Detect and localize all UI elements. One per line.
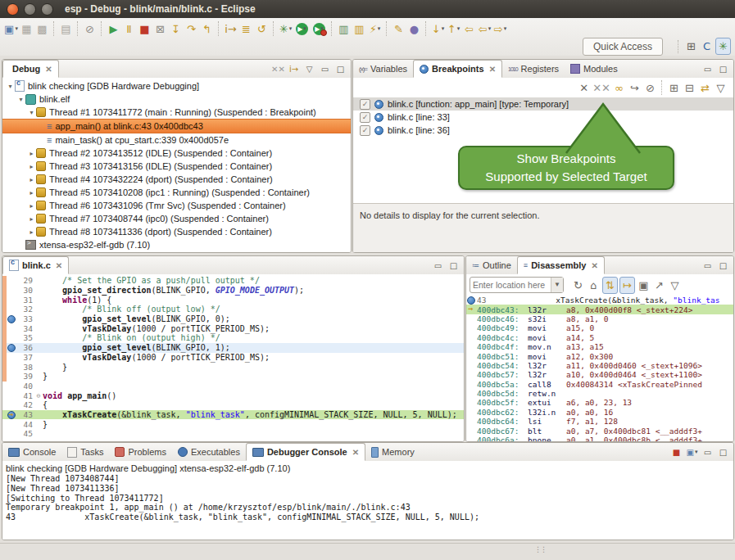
display-selected-console-button[interactable]: ▣▾ [685,445,699,458]
line-number[interactable]: 40 [16,382,34,391]
quick-access-button[interactable]: Quick Access [583,38,663,56]
tab-disassembly[interactable]: ≡Disassembly✕ [517,256,605,274]
editor-line-33[interactable]: 33 gpio_set_level(BLINK_GPIO, 0); [2,314,464,324]
location-combo[interactable]: ▼ [470,277,564,293]
line-number[interactable]: 38 [16,363,34,372]
remove-all-terminated-button[interactable]: ✕✕ [271,62,285,75]
close-tab-icon[interactable]: ✕ [489,65,496,74]
disasm-view-menu-button[interactable]: ▽ [668,278,682,293]
instruction-stepping-button[interactable]: i→ [224,21,238,37]
skip-all-breakpoints-toggle[interactable]: ⊘ [643,80,657,96]
breakpoint-row[interactable]: ✓blink.c [function: app_main] [type: Tem… [353,97,733,111]
maximize-button[interactable]: □ [716,445,730,458]
tab-breakpoints[interactable]: Breakpoints✕ [413,60,502,78]
tab-debug[interactable]: Debug✕ [2,60,59,78]
tree-expander-icon[interactable]: ▸ [27,228,36,236]
marker-gutter[interactable] [7,372,16,382]
step-over-button[interactable]: ↷ [184,21,198,37]
debug-tree-row[interactable]: ▸Thread #2 1073413512 (IDLE) (Suspended … [2,147,351,160]
run-button[interactable]: ▶▾ [296,23,308,35]
breakpoint-checkbox[interactable]: ✓ [360,125,370,136]
debug-tree-row[interactable]: ▾blink.elf [2,93,351,106]
debug-tree-row[interactable]: ▸Thread #7 1073408744 (ipc0) (Suspended … [2,212,351,225]
open-resource-button[interactable]: ▥ [337,21,351,37]
print-button[interactable]: ▤ [59,21,73,37]
maximize-button[interactable]: □ [333,62,347,75]
cpp-perspective-button[interactable]: C [700,38,714,54]
link-with-debug-button[interactable]: ⇄ [698,80,712,96]
fold-collapse-icon[interactable]: ⊖ [34,392,43,400]
editor-line-41[interactable]: 41⊖void app_main() [2,391,464,400]
debug-tree-row[interactable]: ▸Thread #8 1073411336 (dport) (Suspended… [2,225,351,238]
debug-button[interactable]: ✳▾ [279,21,293,37]
minimize-button[interactable]: ▭ [701,62,715,75]
disassembly-instruction-row[interactable]: 400dbc62:l32i.na0, a0, 16 [466,408,733,417]
disassembly-instruction-row[interactable]: →400dbc43:l32ra8, 0x400d00f8 <_stext+224… [466,305,733,314]
maximize-button[interactable]: □ [716,259,730,272]
last-edit-location-button[interactable]: ⇦ [462,21,476,37]
marker-gutter[interactable] [7,362,16,372]
editor-line-39[interactable]: 39} [2,372,464,382]
open-element-button[interactable]: ▥ [352,21,366,37]
breakpoint-checkbox[interactable]: ✓ [360,112,370,123]
line-number[interactable]: 29 [16,276,34,285]
editor-line-44[interactable]: 44} [2,419,464,429]
line-number[interactable]: 43 [16,410,34,419]
debug-perspective-button[interactable]: ✳ [715,38,731,55]
collapse-all-button[interactable]: ⊟ [683,80,696,96]
forward-button[interactable]: ⇨▾ [493,21,507,37]
track-expression-button[interactable]: ↦ [619,277,635,294]
maximize-button[interactable]: □ [716,62,730,75]
tree-expander-icon[interactable]: ▸ [27,150,36,157]
sash-grip-icon[interactable]: ⋮⋮ [534,545,546,553]
console-body[interactable]: blink checking [GDB Hardware Debugging] … [2,461,733,540]
dropdown-arrow-icon[interactable]: ▾ [442,25,445,32]
disconnect-button[interactable]: ⊠ [153,21,167,37]
disassembly-listing[interactable]: 43 xTaskCreate(&blink_task, "blink_tas→4… [466,296,733,441]
tab-memory[interactable]: Memory [365,443,420,461]
tree-expander-icon[interactable]: ▸ [27,189,36,196]
location-dropdown-icon[interactable]: ▼ [551,278,563,292]
marker-gutter[interactable] [7,391,16,400]
save-all-button[interactable]: ▩ [35,21,49,37]
line-number[interactable]: 30 [16,286,34,295]
editor-line-36[interactable]: 36 gpio_set_level(BLINK_GPIO, 1); [2,343,464,353]
tree-expander-icon[interactable]: ▾ [6,83,15,90]
step-into-button[interactable]: ↧ [169,21,183,37]
debug-tree-row[interactable]: ▾blink checking [GDB Hardware Debugging] [2,79,351,93]
tab-blink-c[interactable]: blink.c✕ [2,256,69,274]
line-number[interactable]: 31 [16,296,34,305]
line-number[interactable]: 44 [16,420,34,429]
dropdown-arrow-icon[interactable]: ▾ [303,25,306,32]
line-number[interactable]: 41 [16,391,34,400]
tree-expander-icon[interactable]: ▸ [27,202,36,210]
disassembly-instruction-row[interactable]: 400dbc4f:mov.na13, a15 [466,342,733,351]
marker-gutter[interactable] [7,333,16,343]
tree-expander-icon[interactable]: ▾ [27,109,36,116]
disassembly-instruction-row[interactable]: 400dbc5f:extuia6, a0, 23, 13 [466,398,733,407]
tab-tasks[interactable]: Tasks [61,443,109,461]
breakpoint-row[interactable]: ✓blink.c [line: 33] [353,111,733,124]
next-annotation-button[interactable]: ↓▾ [431,21,445,37]
tab-outline[interactable]: ≔Outline [466,256,517,274]
disassembly-instruction-row[interactable]: 400dbc67:blta0, a7, 0x400dbc81 <__adddf3… [466,426,733,435]
disassembly-instruction-row[interactable]: 400dbc64:lsif7, a1, 128 [466,417,733,426]
debug-tree-row[interactable]: ▸Thread #3 1073413156 (IDLE) (Suspended … [2,160,351,173]
disassembly-instruction-row[interactable]: 400dbc6a:bnonea0, a1, 0x400dbc8b <__addd… [466,436,733,441]
marker-gutter[interactable] [7,429,16,439]
dropdown-arrow-icon[interactable]: ▾ [695,449,698,455]
tree-expander-icon[interactable]: ▸ [27,215,36,223]
back-button[interactable]: ⇦▾ [478,21,492,37]
tree-expander-icon[interactable]: ▸ [27,176,36,183]
breakpoint-marker-gutter[interactable] [7,314,16,324]
previous-annotation-button[interactable]: ↑▾ [447,21,461,37]
disassembly-source-row[interactable]: 43 xTaskCreate(&blink_task, "blink_tas [466,296,733,305]
editor-line-31[interactable]: 31 while(1) { [2,295,464,305]
debug-tree-row[interactable]: ▸Thread #5 1073410208 (ipc1 : Running) (… [2,186,351,199]
debug-tree-row-selected[interactable]: ≡app_main() at blink.c:43 0x400dbc43 [2,119,351,133]
tree-expander-icon[interactable]: ▾ [16,96,25,103]
maximize-button[interactable]: □ [447,259,461,272]
tab-registers[interactable]: 1010Registers [502,60,565,78]
copy-button[interactable]: ▣ [637,278,651,293]
show-supported-breakpoints-button[interactable]: ∞ [612,80,626,96]
